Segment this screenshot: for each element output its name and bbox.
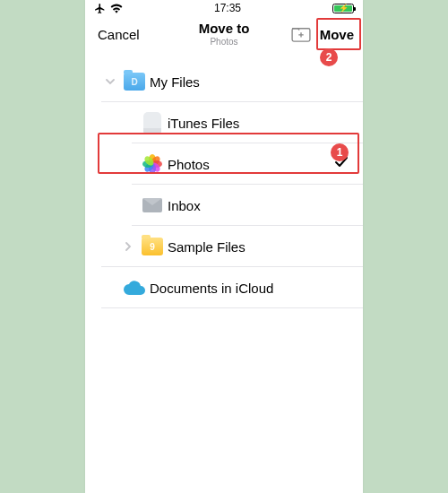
cancel-button[interactable]: Cancel — [98, 27, 140, 42]
folder-icon: 9 — [137, 238, 168, 255]
wifi-icon — [110, 4, 123, 13]
label-my-files: My Files — [150, 74, 200, 90]
checkmark-icon — [334, 155, 349, 173]
battery-icon: ⚡ — [332, 4, 354, 13]
row-itunes-files[interactable]: iTunes Files — [85, 102, 363, 143]
charging-bolt-icon: ⚡ — [339, 4, 349, 13]
row-my-files[interactable]: D My Files — [85, 61, 363, 102]
nav-bar: Cancel Move to Photos Move — [85, 16, 363, 52]
airplane-mode-icon — [94, 3, 106, 14]
cloud-icon — [119, 281, 150, 295]
chevron-down-icon[interactable] — [101, 76, 119, 87]
label-photos: Photos — [168, 157, 210, 172]
label-inbox: Inbox — [168, 198, 201, 213]
row-icloud[interactable]: Documents in iCloud — [85, 267, 363, 308]
folder-icon: D — [119, 73, 150, 91]
row-photos[interactable]: Photos — [85, 143, 363, 185]
row-sample-files[interactable]: 9 Sample Files — [85, 226, 363, 267]
photos-icon — [137, 154, 168, 174]
status-time: 17:35 — [214, 2, 241, 14]
move-button[interactable]: Move — [320, 27, 354, 42]
status-bar: 17:35 ⚡ — [85, 0, 363, 16]
label-icloud: Documents in iCloud — [150, 281, 273, 296]
label-sample: Sample Files — [168, 239, 246, 255]
new-folder-icon[interactable] — [291, 26, 311, 42]
row-inbox[interactable]: Inbox — [85, 185, 363, 226]
phone-frame: 17:35 ⚡ Cancel Move to Photos Move 2 — [85, 0, 363, 493]
folder-list: D My Files iTunes Files — [85, 61, 363, 308]
chevron-right-icon[interactable] — [119, 241, 137, 252]
itunes-icon — [137, 112, 168, 134]
inbox-icon — [137, 198, 168, 212]
label-itunes: iTunes Files — [168, 116, 239, 131]
